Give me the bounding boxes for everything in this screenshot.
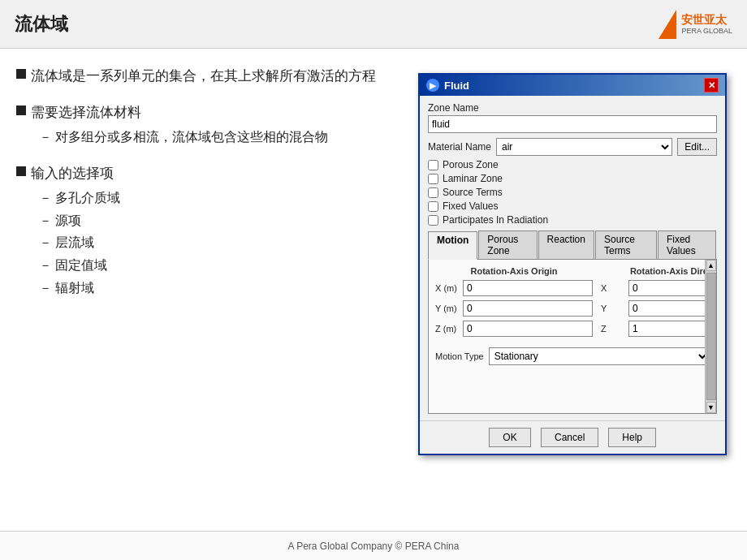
sub-text-3-5: － 辐射域 [39,278,94,299]
left-column: 流体域是一系列单元的集合，在其上求解所有激活的方程 需要选择流体材料 － 对多组… [16,65,398,519]
bullet-text-1: 流体域是一系列单元的集合，在其上求解所有激活的方程 [31,65,376,87]
tab-content-motion: Rotation-Axis Origin X (m) Y (m) Z (m) [428,260,717,414]
dialog-buttons: OK Cancel Help [420,420,725,454]
checkbox-porous-zone: Porous Zone [428,159,717,170]
zone-name-label: Zone Name [428,102,717,114]
laminar-zone-checkbox[interactable] [428,174,438,184]
tab-fixed-values[interactable]: Fixed Values [658,230,716,259]
porous-zone-checkbox[interactable] [428,160,438,170]
sub-text-3-1: － 多孔介质域 [39,187,120,209]
tabs-row: Motion Porous Zone Reaction Source Terms… [428,230,717,260]
fluid-dialog: ▶ Fluid ✕ Zone Name Material Name air [418,73,727,455]
scrollbar[interactable]: ▲ ▼ [705,260,716,413]
dir-y-input[interactable] [628,300,717,317]
header: 流体域 安世亚太 PERA GLOBAL [0,0,747,49]
origin-z-input[interactable] [463,321,593,337]
dialog-body: Zone Name Material Name air Edit... Poro… [420,96,725,420]
tab-source-terms[interactable]: Source Terms [595,230,657,259]
sub-item-3-1: － 多孔介质域 [36,187,398,209]
sub-item-3-2: － 源项 [36,210,398,231]
logo-area: 安世亚太 PERA GLOBAL [658,10,732,39]
dir-x-input[interactable] [628,280,717,296]
ok-button[interactable]: OK [489,428,531,447]
logo-triangle-icon [658,10,676,39]
dir-z-input[interactable] [628,321,717,337]
origin-z-label: Z (m) [435,324,460,334]
fixed-values-label: Fixed Values [443,200,498,212]
page-title: 流体域 [15,12,68,37]
dialog-title-area: ▶ Fluid [426,79,469,92]
checkbox-radiation: Participates In Radiation [428,214,717,226]
axis-inputs: Rotation-Axis Origin X (m) Y (m) Z (m) [435,266,710,341]
origin-z-row: Z (m) [435,321,593,337]
sub-item-3-5: － 辐射域 [36,278,398,299]
scroll-down-arrow[interactable]: ▼ [706,402,716,413]
origin-y-row: Y (m) [435,300,593,317]
origin-title: Rotation-Axis Origin [435,266,593,276]
sub-item-3-3: － 层流域 [36,232,398,253]
origin-y-label: Y (m) [435,304,460,313]
bullet-icon-1 [16,69,26,79]
bullet-icon-2 [16,106,26,115]
sub-item-2-1: － 对多组分或多相流，流体域包含这些相的混合物 [36,127,398,148]
bullet-3: 输入的选择项 [16,162,398,184]
fixed-values-checkbox[interactable] [428,201,438,212]
origin-y-input[interactable] [463,300,593,317]
motion-type-label: Motion Type [435,351,484,361]
tab-motion[interactable]: Motion [428,231,477,260]
dir-z-row: Z [601,321,717,337]
radiation-label: Participates In Radiation [443,214,548,226]
scroll-thumb[interactable] [706,273,716,400]
material-name-row: Material Name air Edit... [428,138,717,156]
source-terms-label: Source Terms [443,187,503,198]
origin-x-label: X (m) [435,283,460,293]
checkbox-laminar-zone: Laminar Zone [428,173,717,184]
logo-line2: PERA GLOBAL [681,27,732,36]
material-name-select[interactable]: air [496,138,672,156]
sub-items-3: － 多孔介质域 － 源项 － 层流域 － 固定值域 － 辐射域 [36,187,398,298]
material-name-label: Material Name [428,141,491,153]
laminar-zone-label: Laminar Zone [443,173,503,184]
radiation-checkbox[interactable] [428,215,438,226]
source-terms-checkbox[interactable] [428,187,438,198]
right-column: ▶ Fluid ✕ Zone Name Material Name air [414,65,731,519]
zone-name-input[interactable] [428,115,717,133]
help-button[interactable]: Help [608,428,656,447]
bullet-icon-3 [16,166,26,176]
motion-type-row: Motion Type Stationary Moving Reference … [435,347,710,365]
dialog-title: Fluid [444,80,469,92]
section-block-1: 流体域是一系列单元的集合，在其上求解所有激活的方程 [16,65,398,87]
dir-x-row: X [601,280,717,296]
cancel-button[interactable]: Cancel [541,428,598,447]
origin-x-row: X (m) [435,280,593,296]
dir-z-label: Z [601,324,625,334]
bullet-1: 流体域是一系列单元的集合，在其上求解所有激活的方程 [16,65,398,87]
dialog-titlebar: ▶ Fluid ✕ [420,75,725,96]
footer: A Pera Global Company © PERA China [0,531,747,560]
scroll-up-arrow[interactable]: ▲ [706,260,716,271]
sub-text-3-3: － 层流域 [39,232,94,253]
tab-porous-zone[interactable]: Porous Zone [478,230,537,259]
bullet-2: 需要选择流体材料 [16,101,398,123]
sub-item-3-4: － 固定值域 [36,255,398,276]
direction-title: Rotation-Axis Direction [601,266,717,276]
logo-line1: 安世亚太 [681,13,732,27]
sub-items-2: － 对多组分或多相流，流体域包含这些相的混合物 [36,127,398,148]
sub-text-2-1: － 对多组分或多相流，流体域包含这些相的混合物 [39,127,328,148]
tab-reaction[interactable]: Reaction [538,230,594,259]
zone-name-row: Zone Name [428,102,717,133]
porous-zone-label: Porous Zone [443,159,499,170]
edit-button[interactable]: Edit... [677,138,717,156]
bullet-text-2: 需要选择流体材料 [31,101,141,123]
rotation-axis-direction-col: Rotation-Axis Direction X Y Z [601,266,717,341]
section-block-3: 输入的选择项 － 多孔介质域 － 源项 － 层流域 － 固定值域 － 辐射域 [16,162,398,298]
motion-type-select[interactable]: Stationary Moving Reference Frame Moving… [489,347,710,365]
bullet-text-3: 输入的选择项 [31,162,114,184]
origin-x-input[interactable] [463,280,593,296]
dir-y-label: Y [601,304,625,313]
dir-y-row: Y [601,300,717,317]
dialog-icon: ▶ [426,79,439,92]
checkbox-fixed-values: Fixed Values [428,200,717,212]
checkbox-source-terms: Source Terms [428,187,717,198]
close-button[interactable]: ✕ [704,78,719,93]
